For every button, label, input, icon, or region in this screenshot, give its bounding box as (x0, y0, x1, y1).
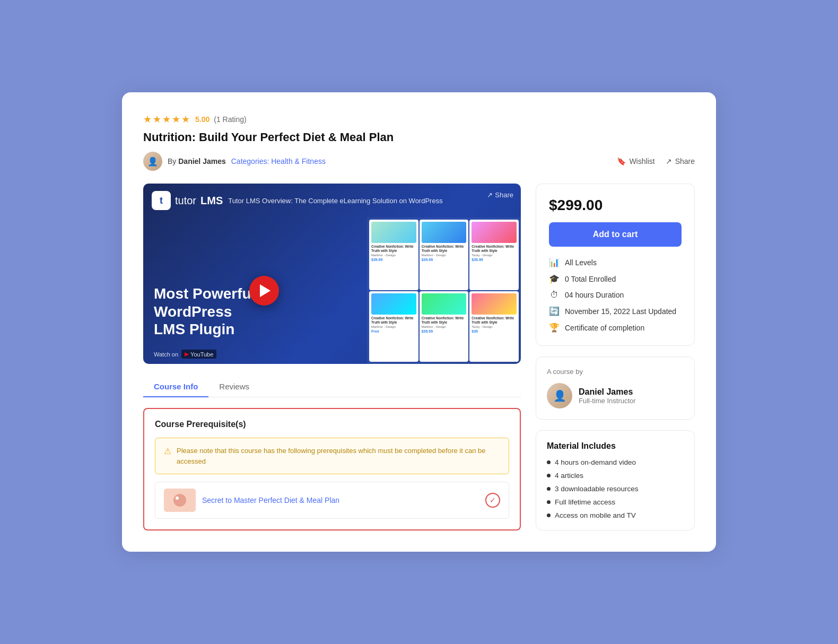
screenshot-card-4: Creative Nonfiction: Write Truth with St… (369, 291, 418, 362)
material-item-3: 3 downloadable resources (547, 485, 684, 493)
prereq-course-name[interactable]: Secret to Master Perfect Diet & Meal Pla… (202, 496, 339, 504)
level-icon: 📊 (549, 257, 560, 267)
duration-icon: ⏱ (549, 290, 560, 300)
svg-point-2 (176, 497, 179, 500)
meta-enrolled: 🎓 0 Total Enrolled (549, 274, 682, 284)
bullet-icon (547, 460, 551, 464)
instructor-box: A course by 👤 Daniel James Full-time Ins… (536, 356, 695, 420)
check-circle-icon: ✓ (485, 493, 500, 508)
share-icon: ↗ (666, 157, 672, 166)
video-title: Tutor LMS Overview: The Complete eLearni… (228, 197, 442, 205)
material-item-2: 4 articles (547, 472, 684, 480)
tutor-text: tutor (175, 195, 196, 207)
left-col: t tutor LMS Tutor LMS Overview: The Comp… (143, 184, 521, 530)
screenshot-card-2: Creative Nonfiction: Write Truth with St… (420, 220, 469, 290)
add-to-cart-button[interactable]: Add to cart (549, 222, 682, 247)
instructor-title: A course by (547, 368, 684, 376)
material-text-1: 4 hours on-demand video (555, 458, 636, 466)
video-content: Most Powerful WordPress LMS Plugin (143, 217, 521, 364)
price-box: $299.00 Add to cart 📊 All Levels 🎓 0 Tot… (536, 184, 695, 346)
tab-course-info[interactable]: Course Info (143, 377, 208, 397)
author-left: 👤 By Daniel James Categories: Health & F… (143, 152, 326, 171)
prereq-course-left: Secret to Master Perfect Diet & Meal Pla… (164, 489, 339, 512)
enrolled-text: 0 Total Enrolled (565, 275, 616, 283)
updated-text: November 15, 2022 Last Updated (565, 307, 676, 316)
youtube-icon: ▶ (185, 351, 189, 358)
instructor-role: Full-time Instructor (579, 397, 636, 405)
video-overlay: t tutor LMS Tutor LMS Overview: The Comp… (143, 184, 521, 364)
video-watch: Watch on ▶ YouTube (154, 350, 216, 359)
prereq-course-thumbnail (164, 489, 196, 512)
video-right-screenshots: Creative Nonfiction: Write Truth with St… (367, 217, 521, 364)
share-button[interactable]: ↗ Share (666, 157, 695, 166)
rating-count: (1 Rating) (214, 115, 246, 124)
bookmark-icon: 🔖 (617, 157, 626, 166)
play-button[interactable] (249, 276, 279, 306)
material-list: 4 hours on-demand video 4 articles 3 dow… (547, 458, 684, 519)
material-text-3: 3 downloadable resources (555, 485, 639, 493)
bullet-icon (547, 474, 551, 477)
share-arrow-icon: ↗ (487, 191, 493, 199)
instructor-info: Daniel James Full-time Instructor (579, 387, 636, 405)
material-item-1: 4 hours on-demand video (547, 458, 684, 466)
certificate-icon: 🏆 (549, 323, 560, 333)
main-card: ★★★★★ 5.00 (1 Rating) Nutrition: Build Y… (122, 92, 716, 552)
rating-row: ★★★★★ 5.00 (1 Rating) (143, 114, 695, 125)
meta-updated: 🔄 November 15, 2022 Last Updated (549, 306, 682, 316)
meta-level: 📊 All Levels (549, 257, 682, 267)
author-avatar: 👤 (143, 152, 162, 171)
meta-duration: ⏱ 04 hours Duration (549, 290, 682, 300)
material-item-5: Access on mobile and TV (547, 511, 684, 519)
screenshot-card-5: Creative Nonfiction: Write Truth with St… (420, 291, 469, 362)
course-title: Nutrition: Build Your Perfect Diet & Mea… (143, 130, 695, 144)
screenshot-card-1: Creative Nonfiction: Write Truth with St… (369, 220, 418, 290)
bullet-icon (547, 514, 551, 517)
tutor-icon: t (152, 191, 171, 210)
wishlist-label: Wishlist (629, 157, 654, 166)
warning-icon: ⚠ (164, 446, 171, 456)
wishlist-button[interactable]: 🔖 Wishlist (617, 157, 654, 166)
prereq-warning: ⚠ Please note that this course has the f… (155, 438, 509, 474)
video-header: t tutor LMS Tutor LMS Overview: The Comp… (143, 184, 521, 217)
star-icons: ★★★★★ (143, 114, 191, 125)
video-share-button[interactable]: ↗ Share (487, 191, 513, 199)
video-player[interactable]: t tutor LMS Tutor LMS Overview: The Comp… (143, 184, 521, 364)
tabs-row: Course Info Reviews (143, 377, 521, 397)
instructor-profile: 👤 Daniel James Full-time Instructor (547, 383, 684, 408)
material-title: Material Includes (547, 441, 684, 451)
bullet-icon (547, 487, 551, 491)
categories-text: Categories: Health & Fitness (231, 157, 326, 166)
material-item-4: Full lifetime access (547, 498, 684, 506)
category-link[interactable]: Health & Fitness (271, 157, 326, 166)
updated-icon: 🔄 (549, 306, 560, 316)
right-col: $299.00 Add to cart 📊 All Levels 🎓 0 Tot… (536, 184, 695, 530)
course-meta-list: 📊 All Levels 🎓 0 Total Enrolled ⏱ 04 hou… (549, 257, 682, 333)
meta-certificate: 🏆 Certificate of completion (549, 323, 682, 333)
rating-score: 5.00 (195, 115, 210, 124)
enrolled-icon: 🎓 (549, 274, 560, 284)
certificate-text: Certificate of completion (565, 324, 644, 332)
prereq-title: Course Prerequisite(s) (155, 420, 509, 429)
material-text-5: Access on mobile and TV (555, 511, 636, 519)
author-text: By Daniel James (168, 157, 226, 166)
screenshot-grid: Creative Nonfiction: Write Truth with St… (367, 217, 521, 364)
warning-text: Please note that this course has the fol… (177, 446, 500, 466)
prerequisite-box: Course Prerequisite(s) ⚠ Please note tha… (143, 408, 521, 530)
duration-text: 04 hours Duration (565, 291, 624, 299)
screenshot-card-3: Creative Nonfiction: Write Truth with St… (469, 220, 519, 290)
tutor-logo: t tutor LMS (152, 191, 223, 210)
share-label: Share (675, 157, 695, 166)
bullet-icon (547, 500, 551, 504)
material-text-4: Full lifetime access (555, 498, 615, 506)
author-row: 👤 By Daniel James Categories: Health & F… (143, 152, 695, 171)
author-link[interactable]: Daniel James (178, 157, 226, 166)
instructor-avatar: 👤 (547, 383, 572, 408)
svg-point-1 (173, 494, 186, 507)
instructor-name: Daniel James (579, 387, 636, 397)
youtube-badge: ▶ YouTube (181, 350, 216, 359)
material-box: Material Includes 4 hours on-demand vide… (536, 430, 695, 530)
material-text-2: 4 articles (555, 472, 583, 480)
tab-reviews[interactable]: Reviews (208, 377, 260, 397)
header-actions: 🔖 Wishlist ↗ Share (617, 157, 695, 166)
screenshot-card-6: Creative Nonfiction: Write Truth with St… (469, 291, 519, 362)
